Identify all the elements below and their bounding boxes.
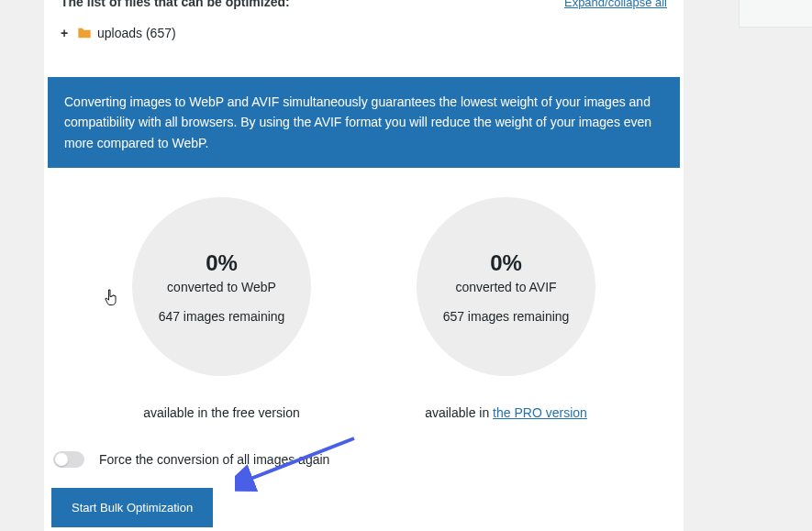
force-toggle-label: Force the conversion of all images again <box>99 452 329 467</box>
info-banner: Converting images to WebP and AVIF simul… <box>48 77 680 168</box>
files-header: The list of files that can be optimized:… <box>61 0 667 9</box>
plus-icon[interactable]: + <box>61 26 72 40</box>
action-row: Start Bulk Optimization <box>48 488 680 527</box>
avif-label: converted to AVIF <box>455 280 556 294</box>
avif-stat-circle: 0% converted to AVIF 657 images remainin… <box>417 197 595 376</box>
avif-percent: 0% <box>490 250 522 276</box>
pro-version-link[interactable]: the PRO version <box>493 405 587 420</box>
webp-caption: available in the free version <box>143 405 299 420</box>
webp-remaining: 647 images remaining <box>159 309 285 324</box>
avif-stat-col: 0% converted to AVIF 657 images remainin… <box>396 197 617 420</box>
info-banner-text: Converting images to WebP and AVIF simul… <box>64 94 651 150</box>
toggle-knob <box>55 453 68 466</box>
start-bulk-optimization-button[interactable]: Start Bulk Optimization <box>51 488 213 527</box>
force-toggle-row: Force the conversion of all images again <box>48 451 680 468</box>
avif-remaining: 657 images remaining <box>443 309 570 324</box>
webp-stat-circle: 0% converted to WebP 647 images remainin… <box>132 197 311 376</box>
webp-label: converted to WebP <box>167 280 276 294</box>
avif-caption-prefix: available in <box>425 405 493 420</box>
stats-row: 0% converted to WebP 647 images remainin… <box>48 197 680 420</box>
webp-percent: 0% <box>206 250 238 276</box>
folder-label: uploads (657) <box>97 26 176 40</box>
folder-icon <box>77 27 92 39</box>
avif-caption: available in the PRO version <box>425 405 587 420</box>
webp-stat-col: 0% converted to WebP 647 images remainin… <box>112 197 332 420</box>
file-tree-row[interactable]: + uploads (657) <box>61 26 667 40</box>
right-sidebar-stub <box>739 0 812 28</box>
files-section: The list of files that can be optimized:… <box>44 0 684 57</box>
files-header-title: The list of files that can be optimized: <box>61 0 290 9</box>
optimization-panel: The list of files that can be optimized:… <box>44 0 684 531</box>
expand-collapse-link[interactable]: Expand/collapse all <box>564 0 667 9</box>
force-conversion-toggle[interactable] <box>53 451 84 468</box>
